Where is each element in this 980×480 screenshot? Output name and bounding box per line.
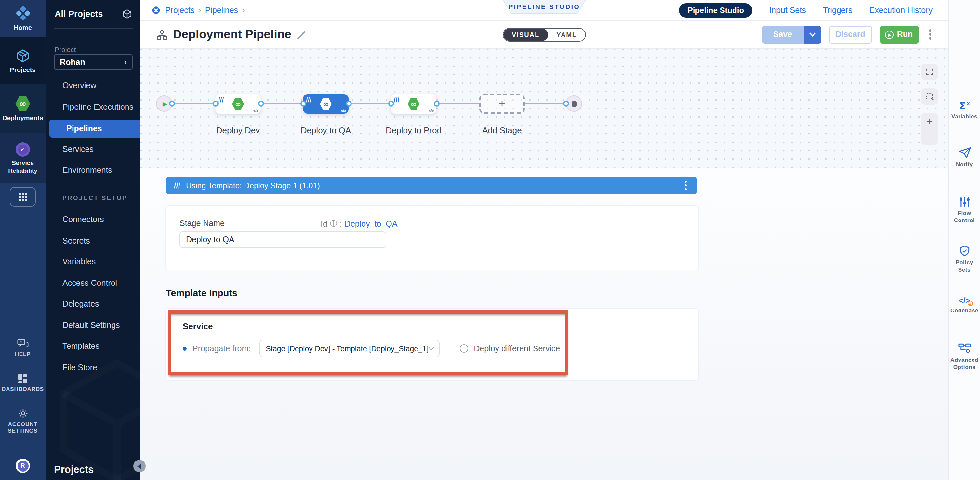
- project-selector[interactable]: Rohan ›: [54, 54, 133, 70]
- tab-execution-history[interactable]: Execution History: [869, 6, 932, 14]
- toolbar-label-advanced-options: Advanced Options: [950, 356, 979, 371]
- toolbar-item-policy-sets[interactable]: Policy Sets: [949, 245, 980, 273]
- rail-item-account-settings[interactable]: ACCOUNT SETTINGS: [0, 408, 46, 434]
- right-toolbar: Σx Variables Notify Flow Control Policy …: [948, 0, 980, 480]
- plus-icon: +: [499, 97, 505, 111]
- run-button[interactable]: ▶ Run: [880, 26, 918, 43]
- policy-shield-icon: [958, 245, 970, 257]
- edit-pencil-icon[interactable]: [296, 30, 306, 39]
- stage-label-deploy-to-prod: Deploy to Prod: [371, 125, 456, 135]
- sidebar-item-delegates[interactable]: Delegates: [46, 296, 140, 312]
- all-projects-cube-icon[interactable]: [122, 8, 133, 19]
- sidebar-item-services[interactable]: Services: [46, 141, 140, 158]
- save-button[interactable]: Save: [762, 26, 803, 43]
- toolbar-item-flow-control[interactable]: Flow Control: [949, 195, 980, 224]
- title-group: Deployment Pipeline: [140, 27, 306, 41]
- info-icon[interactable]: ⓘ: [330, 219, 337, 229]
- tab-pipeline-studio[interactable]: Pipeline Studio: [679, 3, 752, 17]
- harness-home-icon: [14, 5, 31, 21]
- id-separator: :: [340, 219, 342, 228]
- toolbar-item-variables[interactable]: Σx Variables: [949, 101, 980, 120]
- rail-item-service-reliability[interactable]: ✓ Service Reliability: [0, 133, 46, 183]
- stage-node-deploy-to-qa-selected[interactable]: ∞ </>: [303, 94, 348, 114]
- fullscreen-icon: [925, 68, 934, 76]
- sidebar-item-access-control[interactable]: Access Control: [46, 275, 140, 291]
- more-options-button[interactable]: [926, 27, 934, 42]
- sidebar-item-default-settings[interactable]: Default Settings: [46, 317, 140, 334]
- page-title: Deployment Pipeline: [173, 27, 291, 41]
- user-avatar[interactable]: R: [16, 459, 30, 473]
- toolbar-item-codebase[interactable]: </>▲ Codebase: [949, 296, 980, 314]
- propagate-stage-select[interactable]: Stage [Deploy Dev] - Template [Deploy_St…: [259, 340, 439, 357]
- module-picker-button[interactable]: [10, 187, 36, 206]
- sidebar-item-environments[interactable]: Environments: [46, 162, 140, 179]
- stage-node-deploy-dev[interactable]: ∞ </>: [215, 94, 261, 114]
- rail-label-dashboards: DASHBOARDS: [0, 386, 46, 392]
- toggle-yaml[interactable]: YAML: [548, 28, 585, 41]
- rail-item-dashboards[interactable]: DASHBOARDS: [0, 374, 46, 392]
- service-reliability-icon: ✓: [16, 143, 30, 157]
- gear-icon: [17, 408, 28, 419]
- sidebar-item-variables[interactable]: Variables: [46, 253, 140, 270]
- deployments-cd-icon: ∞: [15, 96, 30, 111]
- toolbar-item-advanced-options[interactable]: Advanced Options: [949, 342, 980, 371]
- sidebar-item-overview[interactable]: Overview: [46, 77, 140, 94]
- flow-control-sliders-icon: [958, 195, 970, 208]
- node-port: [346, 101, 352, 106]
- tab-triggers[interactable]: Triggers: [823, 6, 853, 14]
- stage-id-value[interactable]: Deploy_to_QA: [345, 219, 398, 228]
- pipeline-canvas[interactable]: ▶ ∞ </> ∞ </> ∞ </> +: [140, 49, 948, 168]
- sidebar-item-pipelines[interactable]: Pipelines: [49, 119, 140, 138]
- advanced-options-icon: [958, 342, 971, 355]
- breadcrumb-projects[interactable]: Projects: [165, 6, 194, 14]
- zoom-out-button[interactable]: −: [927, 129, 932, 144]
- sidebar-item-connectors[interactable]: Connectors: [46, 211, 140, 228]
- propagate-select-value: Stage [Deploy Dev] - Template [Deploy_St…: [266, 345, 429, 352]
- sidebar-item-pipeline-executions[interactable]: Pipeline Executions: [46, 99, 140, 116]
- node-port: [563, 101, 569, 106]
- chevron-right-icon: ›: [124, 57, 127, 67]
- rail-item-help[interactable]: ? HELP: [0, 338, 46, 357]
- template-menu-button[interactable]: [682, 178, 689, 193]
- zoom-in-button[interactable]: +: [927, 113, 932, 129]
- add-stage-node[interactable]: +: [479, 94, 525, 114]
- fullscreen-button[interactable]: [921, 63, 939, 80]
- sidebar-item-file-store[interactable]: File Store: [46, 359, 140, 376]
- variables-sigma-icon: Σx: [959, 101, 970, 111]
- notify-plane-icon: [958, 147, 971, 159]
- propagate-radio-selected[interactable]: [183, 347, 187, 350]
- rail-item-projects[interactable]: Projects: [0, 37, 46, 84]
- toggle-visual[interactable]: VISUAL: [503, 28, 548, 41]
- sidebar-item-secrets[interactable]: Secrets: [46, 233, 140, 249]
- code-icon: </>: [341, 108, 346, 113]
- node-port: [434, 101, 440, 106]
- deploy-different-label: Deploy different Service: [474, 344, 560, 353]
- template-banner[interactable]: Using Template: Deploy Stage 1 (1.01): [166, 177, 697, 194]
- visual-yaml-toggle[interactable]: VISUAL YAML: [503, 28, 586, 41]
- save-dropdown-button[interactable]: [804, 26, 821, 43]
- rail-item-home[interactable]: Home: [0, 0, 46, 37]
- stage-name-input[interactable]: [180, 231, 386, 248]
- sidebar-divider-top: [54, 28, 133, 29]
- toolbar-label-codebase: Codebase: [950, 307, 978, 314]
- stage-node-deploy-to-prod[interactable]: ∞ </>: [391, 94, 436, 114]
- chevron-left-icon: [137, 463, 141, 469]
- all-projects-title[interactable]: All Projects: [55, 9, 103, 19]
- sidebar-item-templates[interactable]: Templates: [46, 338, 140, 355]
- marquee-select-button[interactable]: [921, 88, 939, 105]
- sidebar-collapse-handle[interactable]: [133, 460, 146, 472]
- rail-label-projects: Projects: [8, 66, 38, 74]
- pipeline-studio-badge: PIPELINE STUDIO: [503, 0, 586, 14]
- id-label: Id: [321, 219, 328, 228]
- breadcrumb-pipelines[interactable]: Pipelines: [205, 6, 238, 14]
- discard-button[interactable]: Discard: [829, 26, 872, 43]
- toolbar-item-notify[interactable]: Notify: [949, 147, 980, 168]
- project-label: Project: [55, 46, 76, 53]
- connector-line: [525, 103, 566, 104]
- rail-item-deployments[interactable]: ∞ Deployments: [0, 84, 46, 133]
- grid-icon: [19, 193, 27, 201]
- pipeline-studio-app: Home Projects ∞ Deployments ✓ Service Re…: [0, 0, 980, 480]
- tab-input-sets[interactable]: Input Sets: [769, 6, 806, 14]
- toolbar-label-variables: Variables: [951, 113, 977, 120]
- deploy-different-radio[interactable]: [460, 344, 468, 353]
